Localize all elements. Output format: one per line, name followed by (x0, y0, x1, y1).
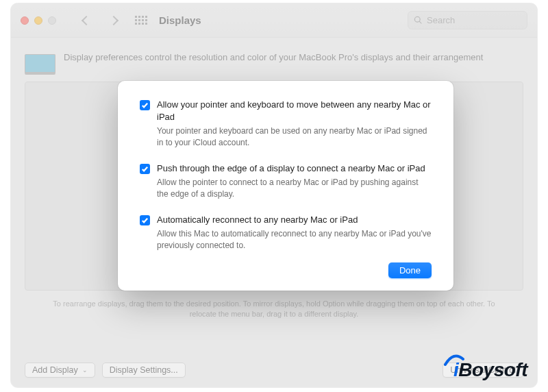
option-push-edge: Push through the edge of a display to co… (140, 162, 432, 200)
system-preferences-window: Displays Search Display preferences cont… (11, 3, 537, 387)
option-title: Push through the edge of a display to co… (157, 162, 432, 175)
watermark-swoosh-icon (444, 352, 464, 367)
option-title: Automatically reconnect to any nearby Ma… (157, 214, 432, 226)
option-subtitle: Allow this Mac to automatically reconnec… (157, 228, 432, 252)
option-subtitle: Allow the pointer to connect to a nearby… (157, 177, 432, 200)
option-allow-pointer: Allow your pointer and keyboard to move … (140, 99, 432, 149)
checkmark-icon (141, 217, 149, 224)
universal-control-modal: Allow your pointer and keyboard to move … (118, 81, 453, 291)
checkmark-icon (141, 101, 149, 109)
checkmark-icon (141, 165, 149, 173)
done-button[interactable]: Done (388, 262, 432, 278)
done-label: Done (399, 265, 421, 275)
checkbox-allow-pointer[interactable] (140, 100, 150, 110)
option-auto-reconnect: Automatically reconnect to any nearby Ma… (140, 214, 432, 252)
watermark-logo: iBoysoft (453, 359, 527, 381)
modal-footer: Done (140, 262, 432, 278)
checkbox-push-edge[interactable] (140, 164, 150, 174)
checkbox-auto-reconnect[interactable] (140, 215, 150, 225)
watermark-text: Boysoft (458, 359, 527, 380)
option-subtitle: Your pointer and keyboard can be used on… (157, 125, 432, 149)
option-title: Allow your pointer and keyboard to move … (157, 99, 432, 123)
